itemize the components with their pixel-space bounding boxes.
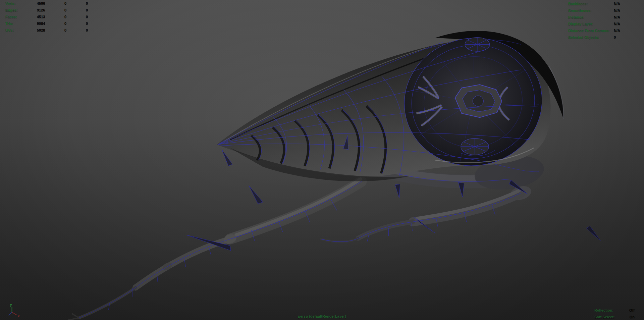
hud-value: 9126 (37, 7, 45, 13)
poly-count-hud: Verts: 4596 0 0 Edges: 9126 0 0 Faces: 4… (0, 0, 107, 34)
object-info-row: Backfaces: N/A (568, 0, 642, 7)
object-details-hud: Backfaces: N/A Smoothness: N/A Instance:… (568, 0, 642, 41)
hud-label: Backfaces: (568, 0, 588, 7)
hud-label: Display Layer: (568, 20, 593, 27)
object-info-row: Smoothness: N/A (568, 7, 642, 14)
hud-value: 0 (64, 13, 66, 20)
hud-value: Off (629, 307, 635, 314)
hud-label: UVs: (5, 27, 14, 34)
model-tentacle-long (68, 179, 361, 320)
hud-label: Faces: (5, 13, 17, 20)
hud-value: 0 (86, 7, 88, 13)
hud-value: 4596 (37, 0, 45, 7)
hud-value: N/A (614, 7, 620, 14)
hud-value: N/A (614, 20, 620, 27)
hud-value: N/A (614, 14, 620, 20)
hud-label: Distance From Camera: (568, 27, 610, 34)
poly-count-row: Tris: 9084 0 0 (0, 20, 107, 27)
hud-label: Reflection: (594, 307, 613, 314)
poly-count-row: Verts: 4596 0 0 (0, 0, 107, 7)
hud-value: 0 (86, 0, 88, 7)
axis-y-label: y (10, 303, 12, 307)
object-info-row: Display Layer: N/A (568, 20, 642, 27)
hud-value: 0 (86, 13, 88, 20)
object-info-row: Distance From Camera: N/A (568, 27, 642, 34)
hud-value: 0 (86, 20, 88, 27)
object-info-row: Selected Objects: 0 (568, 34, 642, 41)
hud-value: N/A (614, 0, 620, 7)
hud-value: N/A (614, 27, 620, 34)
hud-value: 5028 (37, 27, 45, 34)
hud-label: Verts: (5, 0, 16, 7)
hud-label: Edges: (5, 7, 18, 13)
toggle-row: Reflection: Off (594, 307, 635, 314)
object-info-row: Instance: N/A (568, 14, 642, 20)
hud-label: Selected Objects: (568, 34, 599, 41)
hud-label: Tris: (5, 20, 13, 27)
hud-value: 9084 (37, 20, 45, 27)
hud-value: 0 (64, 27, 66, 34)
poly-count-row: Edges: 9126 0 0 (0, 7, 107, 13)
camera-label: persp (defaultRenderLayer) (0, 313, 644, 320)
poly-count-row: Faces: 4513 0 0 (0, 13, 107, 20)
hud-value: 4513 (37, 13, 45, 20)
hud-value: 0 (86, 27, 88, 34)
model-3d[interactable]: y x (0, 0, 644, 320)
hud-label: Smoothness: (568, 7, 592, 14)
hud-value: 0 (64, 0, 66, 7)
camera-label-text: persp (defaultRenderLayer) (298, 314, 346, 318)
hud-value: 0 (614, 34, 616, 41)
poly-count-row: UVs: 5028 0 0 (0, 27, 107, 34)
hud-value: 0 (64, 20, 66, 27)
hud-value: 0 (64, 7, 66, 13)
hud-label: Instance: (568, 14, 584, 20)
perspective-viewport[interactable]: y x Verts: 4596 0 0 Edges: 9126 0 0 Face… (0, 0, 644, 320)
